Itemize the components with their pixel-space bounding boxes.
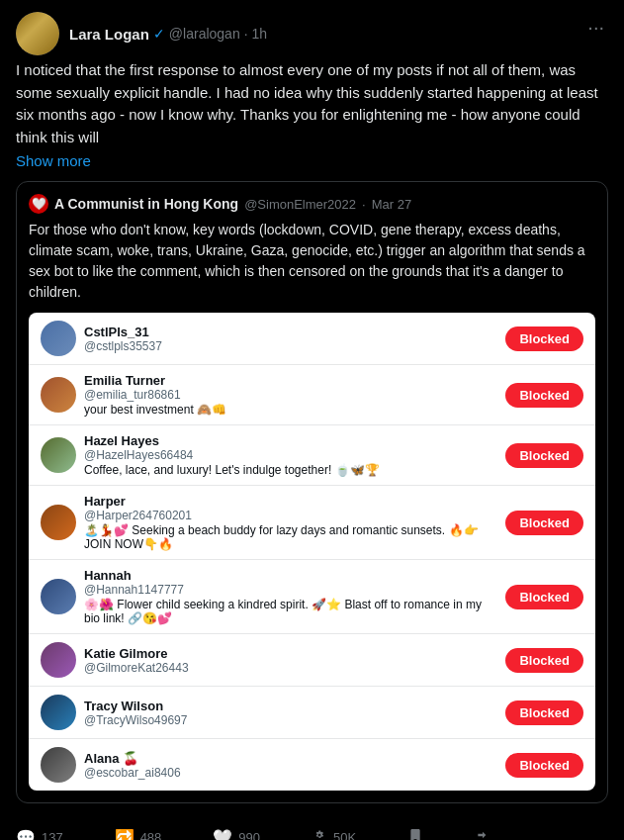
blocked-item: Emilia Turner@emilia_tur86861your best i…: [29, 365, 595, 425]
blocked-item: Hannah@Hannah1147777🌸🌺 Flower child seek…: [29, 560, 595, 634]
quoted-author-name: A Communist in Hong Kong: [54, 196, 238, 212]
blocked-item: Katie Gilmore@GilmoreKat26443Blocked: [29, 634, 595, 687]
blocked-button[interactable]: Blocked: [505, 700, 583, 725]
blocked-button[interactable]: Blocked: [505, 443, 583, 468]
blocked-user-text: Alana 🍒@escobar_ai8406: [84, 751, 497, 780]
blocked-user-text: Katie Gilmore@GilmoreKat26443: [84, 646, 497, 675]
bookmark-action[interactable]: [407, 827, 423, 840]
blocked-user-handle: @TracyWilso49697: [84, 713, 497, 727]
blocked-user-name: Hannah: [84, 568, 497, 583]
blocked-user-name: Hazel Hayes: [84, 433, 497, 448]
blocked-user-info: Tracy Wilson@TracyWilso49697: [41, 695, 497, 730]
blocked-user-name: CstlPls_31: [84, 325, 497, 339]
blocked-user-info: Hannah@Hannah1147777🌸🌺 Flower child seek…: [41, 568, 497, 625]
quoted-tweet[interactable]: 🤍 A Communist in Hong Kong @SimonElmer20…: [16, 181, 608, 803]
like-count: 990: [238, 830, 260, 841]
quoted-author-handle: @SimonElmer2022: [244, 197, 356, 212]
blocked-user-text: Harper@Harper264760201🏝️💃💕 Seeking a bea…: [84, 494, 497, 551]
author-name-row: Lara Logan ✓ @laralogan · 1h: [69, 26, 267, 43]
retweet-count: 488: [140, 830, 162, 841]
blocked-user-name: Katie Gilmore: [84, 646, 497, 661]
blocked-item: Harper@Harper264760201🏝️💃💕 Seeking a bea…: [29, 486, 595, 560]
author-name[interactable]: Lara Logan: [69, 26, 149, 43]
blocked-item: Hazel Hayes@HazelHayes66484Coffee, lace,…: [29, 425, 595, 486]
blocked-user-handle: @escobar_ai8406: [84, 766, 497, 780]
blocked-user-avatar: [41, 695, 76, 730]
blocked-item: Alana 🍒@escobar_ai8406Blocked: [29, 739, 595, 791]
tweet-text: I noticed that the first response to alm…: [16, 59, 608, 148]
blocked-button[interactable]: Blocked: [505, 648, 583, 673]
blocked-user-avatar: [41, 747, 76, 783]
blocked-list: CstlPls_31@cstlpls35537BlockedEmilia Tur…: [29, 313, 595, 791]
blocked-user-text: Hazel Hayes@HazelHayes66484Coffee, lace,…: [84, 433, 497, 477]
quoted-avatar-emoji: 🤍: [32, 197, 46, 211]
retweet-action[interactable]: 🔁 488: [115, 828, 162, 841]
blocked-user-name: Alana 🍒: [84, 751, 497, 766]
reply-icon: 💬: [16, 828, 36, 841]
quoted-date: Mar 27: [372, 197, 411, 212]
blocked-item: CstlPls_31@cstlpls35537Blocked: [29, 313, 595, 365]
verified-icon: ✓: [153, 26, 165, 42]
blocked-user-info: Harper@Harper264760201🏝️💃💕 Seeking a bea…: [41, 494, 497, 551]
blocked-user-name: Emilia Turner: [84, 373, 497, 388]
reply-action[interactable]: 💬 137: [16, 828, 63, 841]
tweet-actions: 💬 137 🔁 488 🤍 990 50K: [16, 815, 490, 840]
like-action[interactable]: 🤍 990: [213, 828, 260, 841]
blocked-user-info: Emilia Turner@emilia_tur86861your best i…: [41, 373, 497, 417]
blocked-button[interactable]: Blocked: [505, 511, 583, 535]
quoted-tweet-header: 🤍 A Communist in Hong Kong @SimonElmer20…: [29, 194, 595, 214]
blocked-user-avatar: [41, 321, 76, 356]
blocked-user-handle: @GilmoreKat26443: [84, 661, 497, 675]
author-info: Lara Logan ✓ @laralogan · 1h: [69, 26, 267, 43]
blocked-user-bio: 🏝️💃💕 Seeking a beach buddy for lazy days…: [84, 523, 497, 551]
blocked-user-text: Tracy Wilson@TracyWilso49697: [84, 699, 497, 727]
show-more-link[interactable]: Show more: [16, 152, 608, 169]
tweet: Lara Logan ✓ @laralogan · 1h ··· I notic…: [0, 0, 624, 840]
quoted-avatar: 🤍: [29, 194, 48, 214]
blocked-user-info: Hazel Hayes@HazelHayes66484Coffee, lace,…: [41, 433, 497, 477]
views-action[interactable]: 50K: [312, 827, 356, 840]
blocked-user-info: Katie Gilmore@GilmoreKat26443: [41, 642, 497, 678]
blocked-user-text: Emilia Turner@emilia_tur86861your best i…: [84, 373, 497, 417]
quoted-tweet-text: For those who don't know, key words (loc…: [29, 220, 595, 303]
blocked-user-avatar: [41, 505, 76, 540]
share-icon: [475, 827, 490, 840]
blocked-user-avatar: [41, 579, 76, 614]
tweet-time: ·: [244, 26, 248, 42]
tweet-header-left: Lara Logan ✓ @laralogan · 1h: [16, 12, 267, 55]
blocked-user-avatar: [41, 642, 76, 678]
blocked-user-info: Alana 🍒@escobar_ai8406: [41, 747, 497, 783]
share-action[interactable]: [475, 827, 490, 840]
retweet-icon: 🔁: [115, 828, 134, 841]
more-options-button[interactable]: ···: [583, 12, 608, 43]
tweet-header: Lara Logan ✓ @laralogan · 1h ···: [16, 12, 608, 55]
blocked-user-bio: 🌸🌺 Flower child seeking a kindred spirit…: [84, 598, 497, 625]
blocked-user-handle: @Harper264760201: [84, 509, 497, 522]
blocked-user-avatar: [41, 437, 76, 473]
heart-icon: 🤍: [213, 828, 232, 841]
blocked-user-info: CstlPls_31@cstlpls35537: [41, 321, 497, 356]
avatar[interactable]: [16, 12, 59, 55]
blocked-user-handle: @cstlpls35537: [84, 339, 497, 353]
blocked-button[interactable]: Blocked: [505, 753, 583, 778]
author-handle: @laralogan: [169, 26, 240, 42]
blocked-user-name: Harper: [84, 494, 497, 509]
blocked-user-avatar: [41, 377, 76, 413]
views-count: 50K: [333, 830, 356, 841]
blocked-user-text: CstlPls_31@cstlpls35537: [84, 325, 497, 353]
blocked-user-text: Hannah@Hannah1147777🌸🌺 Flower child seek…: [84, 568, 497, 625]
bookmark-icon: [407, 827, 423, 840]
blocked-user-handle: @HazelHayes66484: [84, 448, 497, 462]
blocked-button[interactable]: Blocked: [505, 383, 583, 408]
blocked-button[interactable]: Blocked: [505, 585, 583, 609]
quoted-separator: ·: [362, 197, 366, 212]
blocked-user-bio: your best investment 🙈👊: [84, 403, 497, 417]
reply-count: 137: [42, 830, 63, 841]
blocked-user-handle: @emilia_tur86861: [84, 388, 497, 402]
blocked-user-bio: Coffee, lace, and luxury! Let's indulge …: [84, 463, 497, 477]
views-icon: [312, 827, 327, 840]
blocked-user-handle: @Hannah1147777: [84, 583, 497, 597]
tweet-timestamp: 1h: [252, 26, 268, 42]
blocked-item: Tracy Wilson@TracyWilso49697Blocked: [29, 687, 595, 739]
blocked-button[interactable]: Blocked: [505, 327, 583, 351]
